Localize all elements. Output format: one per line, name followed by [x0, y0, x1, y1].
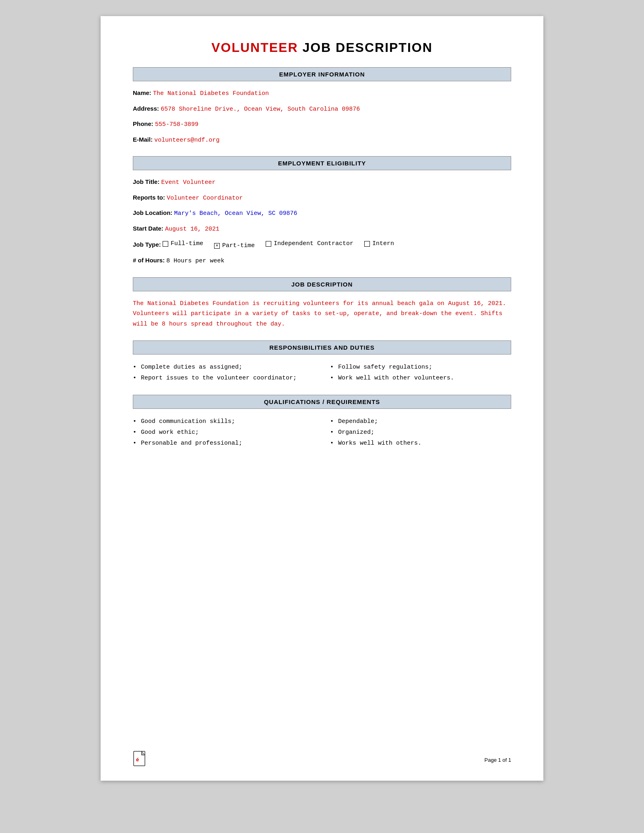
- responsibilities-left-col: Complete duties as assigned; Report issu…: [133, 362, 314, 384]
- start-date-label: Start Date: [133, 225, 161, 232]
- hours-value: 8 Hours per week: [166, 258, 224, 264]
- page-number: Page 1 of 1: [485, 757, 512, 763]
- email-value: volunteers@ndf.org: [154, 137, 219, 144]
- employer-name-row: Name: The National Diabetes Foundation: [133, 89, 511, 99]
- responsibilities-section: RESPONSIBILITIES AND DUTIES Complete dut…: [133, 340, 511, 384]
- job-location-label: Job Location: [133, 209, 170, 216]
- job-type-contractor: Independent Contractor: [266, 239, 353, 249]
- responsibilities-header: RESPONSIBILITIES AND DUTIES: [133, 340, 511, 355]
- intern-label: Intern: [372, 239, 394, 249]
- email-label: E-Mail: [133, 136, 151, 143]
- page-footer: é Page 1 of 1: [133, 751, 511, 769]
- svg-text:é: é: [136, 757, 139, 763]
- list-item: Complete duties as assigned;: [133, 362, 314, 373]
- qualifications-left-col: Good communication skills; Good work eth…: [133, 416, 314, 449]
- hours-row: # of Hours: 8 Hours per week: [133, 256, 511, 266]
- responsibilities-list: Complete duties as assigned; Report issu…: [133, 362, 511, 384]
- page-title: VOLUNTEER JOB DESCRIPTION: [133, 40, 511, 55]
- phone-label: Phone: [133, 120, 151, 127]
- list-item: Work well with other volunteers.: [330, 373, 511, 384]
- phone-value: 555-758-3899: [155, 121, 198, 128]
- list-item: Dependable;: [330, 416, 511, 427]
- name-label: Name: [133, 89, 149, 96]
- job-title-row: Job Title: Event Volunteer: [133, 177, 511, 188]
- document-icon: é: [133, 751, 148, 769]
- job-type-parttime: Part-time: [214, 241, 255, 251]
- list-item: Organized;: [330, 427, 511, 438]
- fulltime-checkbox[interactable]: [163, 241, 168, 247]
- contractor-checkbox[interactable]: [266, 241, 271, 247]
- responsibilities-right-col: Follow safety regulations; Work well wit…: [330, 362, 511, 384]
- qualifications-section: QUALIFICATIONS / REQUIREMENTS Good commu…: [133, 395, 511, 449]
- job-location-value: Mary's Beach, Ocean View, SC 09876: [174, 210, 297, 217]
- list-item: Follow safety regulations;: [330, 362, 511, 373]
- employer-header: EMPLOYER INFORMATION: [133, 67, 511, 81]
- job-type-row: Job Type: Full-time Part-time Independen…: [133, 239, 511, 250]
- employer-email-row: E-Mail: volunteers@ndf.org: [133, 135, 511, 145]
- employer-address-row: Address: 6578 Shoreline Drive., Ocean Vi…: [133, 104, 511, 114]
- list-item: Good communication skills;: [133, 416, 314, 427]
- qualifications-right-col: Dependable; Organized; Works well with o…: [330, 416, 511, 449]
- job-description-section: JOB DESCRIPTION The National Diabetes Fo…: [133, 277, 511, 330]
- fulltime-label: Full-time: [171, 239, 203, 249]
- job-description-text: The National Diabetes Foundation is recr…: [133, 299, 511, 330]
- list-item: Personable and professional;: [133, 438, 314, 449]
- qualifications-header: QUALIFICATIONS / REQUIREMENTS: [133, 395, 511, 409]
- parttime-checkbox[interactable]: [214, 243, 220, 249]
- employer-section: EMPLOYER INFORMATION Name: The National …: [133, 67, 511, 145]
- eligibility-header: EMPLOYMENT ELIGIBILITY: [133, 156, 511, 170]
- job-type-fulltime: Full-time: [163, 239, 203, 249]
- title-rest: JOB DESCRIPTION: [298, 40, 433, 55]
- address-label: Address: [133, 105, 157, 112]
- document-page: VOLUNTEER JOB DESCRIPTION EMPLOYER INFOR…: [101, 16, 543, 781]
- eligibility-section: EMPLOYMENT ELIGIBILITY Job Title: Event …: [133, 156, 511, 266]
- title-volunteer: VOLUNTEER: [211, 40, 298, 55]
- reports-to-row: Reports to: Volunteer Coordinator: [133, 193, 511, 203]
- employer-phone-row: Phone: 555-758-3899: [133, 120, 511, 130]
- job-location-row: Job Location: Mary's Beach, Ocean View, …: [133, 208, 511, 219]
- start-date-row: Start Date: August 16, 2021: [133, 224, 511, 234]
- start-date-value: August 16, 2021: [165, 226, 219, 233]
- job-type-label: Job Type: [133, 241, 159, 248]
- job-title-value: Event Volunteer: [161, 179, 216, 186]
- qualifications-list: Good communication skills; Good work eth…: [133, 416, 511, 449]
- name-value: The National Diabetes Foundation: [153, 90, 269, 97]
- list-item: Works well with others.: [330, 438, 511, 449]
- list-item: Report issues to the volunteer coordinat…: [133, 373, 314, 384]
- reports-to-value: Volunteer Coordinator: [167, 195, 243, 202]
- parttime-label: Part-time: [222, 241, 255, 251]
- intern-checkbox[interactable]: [364, 241, 370, 247]
- reports-to-label: Reports to: [133, 194, 163, 201]
- address-value: 6578 Shoreline Drive., Ocean View, South…: [161, 106, 360, 113]
- job-title-label: Job Title: [133, 178, 157, 185]
- job-type-intern: Intern: [364, 239, 394, 249]
- list-item: Good work ethic;: [133, 427, 314, 438]
- hours-label: # of Hours: [133, 257, 163, 264]
- contractor-label: Independent Contractor: [274, 239, 353, 249]
- job-description-header: JOB DESCRIPTION: [133, 277, 511, 291]
